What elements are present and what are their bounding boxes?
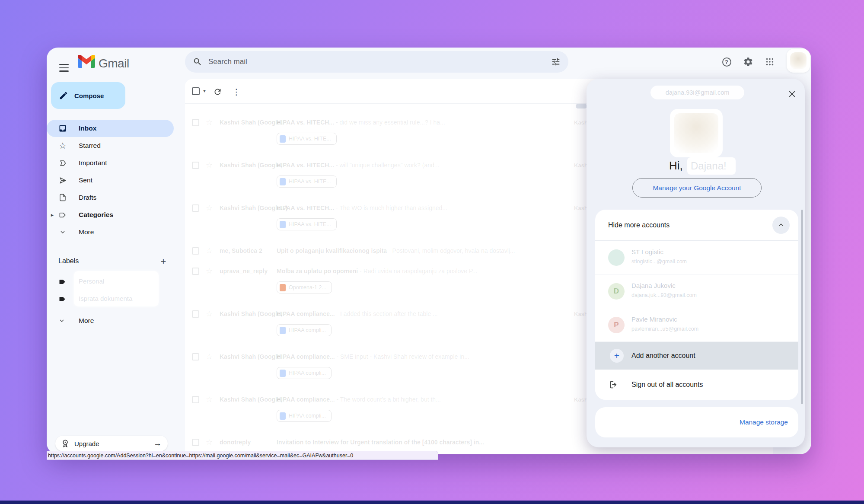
sidebar-item-categories[interactable]: ▸Categories — [47, 206, 174, 223]
row-checkbox[interactable] — [192, 439, 199, 446]
arrow-right-icon: → — [153, 439, 162, 448]
mail-snippet: - I added this section after the table .… — [336, 310, 437, 317]
row-checkbox[interactable] — [192, 310, 199, 318]
row-checkbox[interactable] — [192, 204, 199, 212]
more-options-icon[interactable]: ⋮ — [231, 86, 242, 97]
row-star-icon[interactable]: ☆ — [206, 118, 213, 127]
row-checkbox[interactable] — [192, 353, 199, 360]
add-label-icon[interactable]: + — [157, 255, 169, 268]
account-row[interactable]: DDajana Jukovicdajana.juk...93@gmail.com — [595, 274, 798, 308]
label-text-redacted: Isprata dokumenta — [79, 295, 132, 302]
label-text-redacted: Personal — [79, 278, 104, 285]
mail-subject: HIPAA vs. HITECH... - will "unique chall… — [277, 162, 553, 169]
sidebar-item-drafts[interactable]: Drafts — [47, 189, 174, 206]
settings-gear-icon[interactable] — [740, 53, 757, 70]
attachment-chip[interactable]: HIPAA compli... — [277, 410, 332, 422]
attachment-chip[interactable]: HIPAA vs. HITE... — [277, 175, 337, 188]
row-checkbox[interactable] — [192, 162, 199, 169]
attachment-doc-icon — [280, 284, 286, 291]
chevdown-icon — [58, 227, 67, 237]
apps-grid-icon[interactable] — [761, 53, 778, 70]
attachment-doc-icon — [280, 370, 286, 377]
gmail-logo-icon — [78, 55, 95, 68]
important-icon — [58, 158, 67, 168]
row-star-icon[interactable]: ☆ — [206, 437, 213, 447]
row-checkbox[interactable] — [192, 119, 199, 126]
select-dropdown-caret-icon[interactable]: ▾ — [203, 88, 206, 94]
mail-snippet: - The word count's a bit higher, but th.… — [336, 396, 440, 403]
profile-avatar-large — [670, 109, 723, 157]
chevron-down-icon — [58, 312, 65, 329]
refresh-icon[interactable] — [212, 86, 223, 97]
mail-snippet: - will "unique challenges" work? (and... — [336, 162, 440, 169]
row-star-icon[interactable]: ☆ — [206, 395, 213, 404]
sidebar-item-starred[interactable]: ☆Starred — [47, 137, 174, 154]
sign-out-row[interactable]: Sign out of all accounts — [595, 370, 798, 400]
attachment-doc-icon — [280, 221, 286, 228]
manage-storage-link[interactable]: Manage storage — [740, 418, 788, 426]
mail-subject: HIPAA vs. HITECH... - The WO is much hig… — [277, 204, 553, 211]
panel-scrollbar[interactable] — [801, 210, 803, 404]
row-star-icon[interactable]: ☆ — [206, 309, 213, 319]
row-star-icon[interactable]: ☆ — [206, 352, 213, 361]
status-url-tooltip: https://accounts.google.com/AddSession?h… — [47, 451, 438, 460]
row-checkbox[interactable] — [192, 268, 199, 275]
sidebar-labels-more[interactable]: More — [79, 312, 94, 329]
medal-icon — [61, 439, 69, 448]
attachment-chip-label: HIPAA compli... — [289, 370, 326, 376]
sidebar-item-label: Categories — [79, 211, 113, 219]
sidebar-item-inbox[interactable]: Inbox — [47, 120, 174, 137]
caret-right-icon[interactable]: ▸ — [51, 212, 54, 218]
row-star-icon[interactable]: ☆ — [206, 266, 213, 276]
gmail-window: Gmail Search mail ? Compose Inbox☆Starre… — [47, 48, 811, 454]
help-icon[interactable]: ? — [718, 53, 735, 70]
mail-snippet: - The WO is much higher than assigned... — [336, 204, 447, 211]
account-avatar-icon: P — [608, 317, 625, 333]
search-options-icon[interactable] — [551, 57, 561, 67]
account-switcher-panel: dajana.93i@gmail.com Hi, Dajana! Manage … — [587, 79, 805, 447]
sidebar-item-more[interactable]: More — [47, 223, 174, 241]
row-star-icon[interactable]: ☆ — [206, 246, 213, 255]
attachment-chip[interactable]: HIPAA vs. HITE... — [277, 133, 337, 145]
account-avatar[interactable] — [787, 49, 810, 73]
mail-subject: HIPAA vs. HITECH... - did we miss any es… — [277, 119, 553, 126]
row-star-icon[interactable]: ☆ — [206, 160, 213, 170]
account-row[interactable]: ST Logisticstlogistic...@gmail.com — [595, 241, 798, 274]
manage-google-account-button[interactable]: Manage your Google Account — [632, 178, 762, 198]
mail-snippet: - Radi uvida na raspolaganju za poslove … — [360, 268, 477, 274]
row-checkbox[interactable] — [192, 396, 199, 403]
account-avatar-icon: D — [608, 283, 625, 300]
attachment-chip[interactable]: HIPAA vs. HITE... — [277, 218, 337, 230]
attachment-chip-label: HIPAA vs. HITE... — [289, 136, 331, 142]
select-all-checkbox[interactable] — [192, 87, 200, 95]
chevron-up-icon[interactable] — [772, 217, 790, 234]
sidebar-item-sent[interactable]: Sent — [47, 172, 174, 189]
search-bar[interactable]: Search mail — [185, 51, 568, 73]
sent-icon — [58, 175, 67, 185]
main-menu-icon[interactable] — [57, 61, 72, 75]
list-scrollbar[interactable] — [576, 104, 587, 108]
sidebar-item-label: Inbox — [79, 124, 96, 132]
account-name-redacted: Dajana Jukovic — [631, 282, 676, 289]
attachment-chip[interactable]: Opomena-1 2... — [277, 281, 332, 293]
mail-subject: HIPAA compliance... - The word count's a… — [277, 396, 553, 403]
account-row[interactable]: PPavle Miranovicpavlemiran...u5@gmail.co… — [595, 308, 798, 342]
sidebar-nav: Inbox☆StarredImportantSentDrafts▸Categor… — [47, 120, 176, 241]
hide-more-accounts-row[interactable]: Hide more accounts — [595, 210, 798, 241]
mail-subject: Invitation to Interview for Urgent trans… — [277, 439, 553, 446]
compose-button[interactable]: Compose — [51, 82, 125, 109]
attachment-chip[interactable]: HIPAA compli... — [277, 324, 332, 336]
sign-out-icon — [609, 380, 619, 389]
attachment-chip[interactable]: HIPAA compli... — [277, 367, 332, 379]
row-checkbox[interactable] — [192, 247, 199, 255]
account-email-redacted: stlogistic...@gmail.com — [631, 258, 687, 265]
sidebar-item-important[interactable]: Important — [47, 154, 174, 172]
row-star-icon[interactable]: ☆ — [206, 203, 213, 213]
add-another-account-label: Add another account — [631, 352, 695, 360]
upgrade-button[interactable]: Upgrade → — [55, 436, 168, 451]
close-icon[interactable] — [785, 87, 798, 100]
mail-subject: Upit o polaganju kvalifikacionog ispita … — [277, 247, 553, 254]
add-another-account-row[interactable]: + Add another account — [595, 342, 798, 370]
storage-card: Manage storage — [595, 407, 798, 437]
plus-icon: + — [610, 349, 624, 363]
